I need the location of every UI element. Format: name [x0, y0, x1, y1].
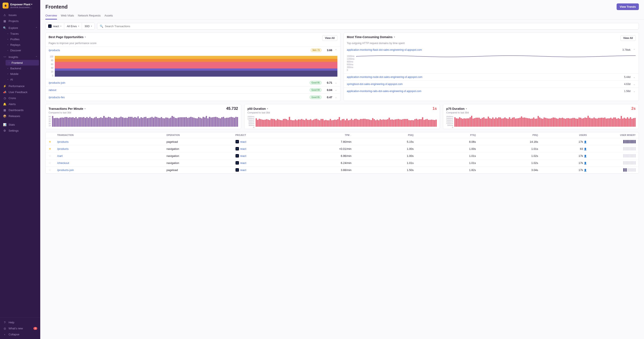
transactions-table: TRANSACTIONOPERATIONPROJECTTPM ↓P50()P75…: [46, 132, 639, 174]
broadcast-icon: ◎: [3, 327, 6, 330]
sidebar-item-profiles[interactable]: Profiles: [4, 36, 40, 42]
env-filter[interactable]: All Envs ▾: [64, 23, 82, 29]
sidebar-explore[interactable]: 🔍 Explore ⌃: [0, 25, 40, 31]
tab-assets[interactable]: Assets: [104, 12, 113, 19]
sidebar-item-dashboards[interactable]: ▦Dashboards: [0, 107, 40, 113]
tab-web-vitals[interactable]: Web Vitals: [61, 12, 74, 19]
domain-link[interactable]: application-monitoring-flask-dot-sales-e…: [347, 48, 620, 51]
table-header[interactable]: TPM ↓: [291, 134, 352, 136]
user-icon: 👤: [584, 169, 587, 171]
opportunity-link[interactable]: /products-fes: [48, 96, 65, 99]
opportunity-link[interactable]: /products: [48, 48, 60, 52]
project-link[interactable]: react: [240, 147, 246, 150]
sidebar-item-settings[interactable]: ⚙Settings: [0, 128, 40, 134]
panel-title[interactable]: Best Page Opportunities ▾: [48, 35, 86, 39]
transaction-link[interactable]: /cart: [57, 154, 62, 158]
table-header[interactable]: TRANSACTION: [57, 134, 165, 136]
sidebar-item-stats[interactable]: 📊Stats: [0, 122, 40, 128]
project-link[interactable]: react: [240, 161, 246, 165]
sidebar-item-crons[interactable]: ◷Crons: [0, 95, 40, 101]
dot-icon: [7, 66, 8, 70]
chevron-down-icon: ▾: [85, 36, 86, 38]
sidebar-item-traces[interactable]: Traces: [4, 31, 40, 36]
view-all-button[interactable]: View All: [322, 35, 338, 41]
domain-link[interactable]: application-monitoring-rails-dot-sales-e…: [347, 90, 622, 93]
panel-title[interactable]: Most Time-Consuming Domains ▾: [347, 35, 395, 39]
star-icon[interactable]: ☆: [48, 154, 52, 158]
tab-overview[interactable]: Overview: [46, 12, 57, 19]
transaction-link[interactable]: /checkout: [57, 161, 69, 165]
tab-network-requests[interactable]: Network Requests: [78, 12, 100, 19]
domain-row[interactable]: application-monitoring-flask-dot-sales-e…: [344, 46, 639, 53]
sidebar-item-ai[interactable]: AI: [4, 77, 40, 82]
star-icon[interactable]: ☆: [48, 161, 52, 165]
period-filter[interactable]: 30D ▾: [82, 23, 95, 29]
view-all-button[interactable]: View All: [620, 35, 636, 41]
table-header[interactable]: USER MISERY: [588, 134, 636, 136]
transaction-link[interactable]: /products: [57, 147, 68, 150]
nav-label: Backend: [10, 67, 21, 70]
domain-link[interactable]: springboot-dot-sales-engineering-sf.apps…: [347, 83, 622, 86]
nav-label: Dashboards: [8, 108, 24, 112]
opportunity-row[interactable]: /products-join Good 95 0.71 ⌄: [46, 79, 340, 86]
view-trends-button[interactable]: View Trends: [616, 3, 639, 10]
transaction-link[interactable]: /products-join: [57, 168, 74, 172]
transaction-link[interactable]: /products: [57, 140, 68, 143]
sidebar-insights[interactable]: 〰 Insights ⌃: [0, 54, 40, 60]
opportunity-link[interactable]: /products-join: [48, 81, 65, 84]
star-icon[interactable]: ☆: [48, 168, 52, 172]
sidebar-item-alerts[interactable]: 🔔Alerts: [0, 101, 40, 107]
sidebar-item-discover[interactable]: Discover: [4, 47, 40, 53]
p95-cell: 14.16s: [478, 140, 538, 143]
metric-title[interactable]: p50 Duration ▾: [248, 107, 268, 110]
project-link[interactable]: react: [240, 168, 246, 172]
table-header[interactable]: P50(): [353, 134, 414, 136]
table-header[interactable]: PROJECT: [236, 134, 289, 136]
project-link[interactable]: react: [240, 154, 246, 158]
opportunity-row[interactable]: /products-fes Good 95 0.47 ⌄: [46, 93, 340, 101]
stats-icon: 📊: [3, 123, 6, 126]
org-switcher[interactable]: Empower Plant▾ dominik.buszowiec...: [0, 0, 40, 10]
table-header[interactable]: P75(): [415, 134, 476, 136]
sidebar-item-what's-new[interactable]: ◎What's new4: [0, 325, 40, 331]
opportunity-link[interactable]: /about: [48, 88, 56, 92]
sidebar-item-performance[interactable]: ⚡Performance: [0, 83, 40, 89]
chevron-down-icon: ⌄: [633, 90, 636, 92]
sidebar-item-issues[interactable]: ⚠Issues: [0, 12, 40, 18]
nav-label: Frontend: [12, 61, 23, 64]
nav-label: Crons: [8, 96, 16, 100]
tpm-cell: <0.01/min: [291, 147, 352, 150]
sidebar-item-projects[interactable]: ▦Projects: [0, 18, 40, 24]
table-header[interactable]: USERS: [540, 134, 587, 136]
domain-row[interactable]: application-monitoring-node-dot-sales-en…: [344, 73, 639, 80]
panel-subtitle: Top outgoing HTTP request domains by tim…: [344, 42, 639, 46]
sidebar-item-mobile[interactable]: Mobile: [4, 71, 40, 77]
table-header[interactable]: P95(): [478, 134, 538, 136]
domains-panel: Most Time-Consuming Domains ▾ View All T…: [344, 32, 639, 101]
sidebar-item-frontend[interactable]: Frontend: [6, 60, 39, 65]
project-filter[interactable]: react ▾: [46, 23, 64, 29]
star-icon[interactable]: ★: [48, 147, 52, 150]
domain-row[interactable]: springboot-dot-sales-engineering-sf.apps…: [344, 80, 639, 87]
sidebar-item-replays[interactable]: Replays: [4, 42, 40, 47]
user-icon: 👤: [584, 155, 587, 157]
metric-title[interactable]: p75 Duration ▾: [446, 107, 467, 110]
user-icon: 👤: [584, 141, 587, 143]
table-row: ☆/checkoutnavigationreact6.24/min1.01s1.…: [46, 159, 639, 167]
domain-link[interactable]: application-monitoring-node-dot-sales-en…: [347, 75, 622, 78]
opportunity-row[interactable]: /about Good 99 0.04 ⌄: [46, 86, 340, 93]
table-header[interactable]: OPERATION: [166, 134, 234, 136]
domain-row[interactable]: application-monitoring-rails-dot-sales-e…: [344, 87, 639, 95]
opportunity-row[interactable]: /products Meh 79 3.66 ⌃100806040200: [46, 46, 340, 79]
sidebar-item-help[interactable]: ?Help: [0, 319, 40, 325]
star-icon[interactable]: ★: [48, 140, 52, 143]
sidebar-item-releases[interactable]: 📦Releases: [0, 113, 40, 119]
nav-label: AI: [10, 78, 13, 81]
sidebar-item-backend[interactable]: Backend: [4, 65, 40, 71]
sidebar-item-collapse[interactable]: ‹Collapse: [0, 331, 40, 337]
search-field[interactable]: [105, 25, 636, 28]
sidebar-item-user-feedback[interactable]: 📣User Feedback: [0, 89, 40, 95]
project-link[interactable]: react: [240, 140, 246, 143]
search-input[interactable]: 🔍: [97, 23, 639, 29]
metric-title[interactable]: Transactions Per Minute ▾: [48, 107, 86, 110]
